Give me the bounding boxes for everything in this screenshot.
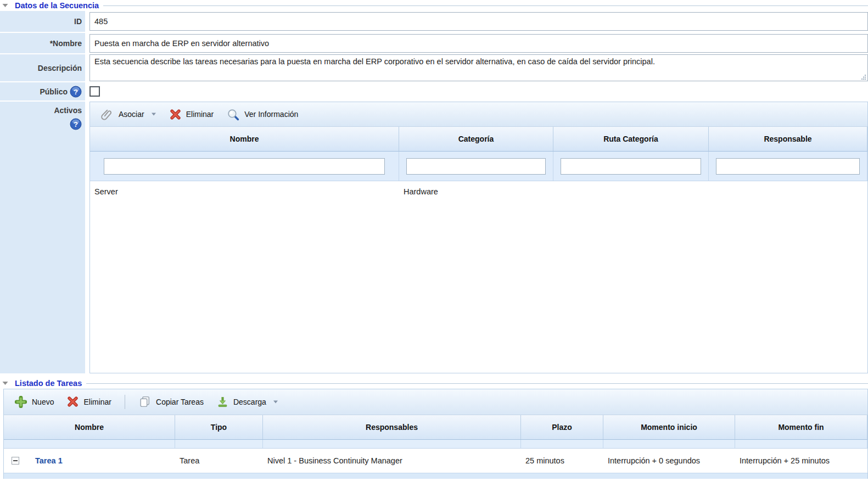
red-x-icon xyxy=(67,396,79,407)
asociar-dropdown-icon[interactable] xyxy=(152,113,156,116)
tarea-1-link[interactable]: Tarea 1 xyxy=(35,456,63,465)
asociar-button[interactable]: Asociar xyxy=(98,106,160,123)
toolbar-separator xyxy=(125,395,125,409)
magnifier-icon xyxy=(227,108,239,121)
tareas-toolbar: Nuevo Eliminar Copiar Tareas xyxy=(4,389,867,415)
activos-col-responsable[interactable]: Responsable xyxy=(709,127,867,151)
section-tareas-rule xyxy=(86,383,868,384)
resize-grip-icon[interactable] xyxy=(861,74,866,80)
green-plus-icon xyxy=(15,396,27,408)
activos-cell-nombre: Server xyxy=(90,187,399,196)
descarga-button[interactable]: Descarga xyxy=(214,394,282,410)
section-tareas-title: Listado de Tareas xyxy=(15,379,82,388)
section-datos-header: Datos de la Secuencia xyxy=(0,0,868,11)
section-datos-title: Datos de la Secuencia xyxy=(15,1,99,10)
publico-checkbox[interactable] xyxy=(89,86,100,97)
field-row-nombre: *Nombre xyxy=(0,33,868,53)
nombre-input[interactable] xyxy=(89,34,868,53)
tareas-cell-momento-fin: Interrupción + 25 minutos xyxy=(735,456,867,465)
publico-label: Público ? xyxy=(0,82,85,100)
tareas-cell-responsables: Nivel 1 - Business Continuity Manager xyxy=(263,456,521,465)
tareas-cell-tipo: Tarea xyxy=(175,456,263,465)
green-download-icon xyxy=(217,396,228,407)
activos-help-icon[interactable]: ? xyxy=(70,118,82,130)
activos-filter-responsable-input[interactable] xyxy=(716,158,860,175)
svg-text:?: ? xyxy=(74,88,78,96)
publico-help-icon[interactable]: ? xyxy=(70,86,82,98)
page: Datos de la Secuencia ID *Nombre Descrip… xyxy=(0,0,868,481)
tareas-cell-plazo: 25 minutos xyxy=(521,456,603,465)
activos-grid-empty-body xyxy=(90,202,867,373)
tareas-col-momento-inicio[interactable]: Momento inicio xyxy=(603,415,735,440)
activos-row-server[interactable]: Server Hardware xyxy=(90,181,867,202)
field-row-id: ID xyxy=(0,11,868,32)
activos-col-categoria[interactable]: Categoría xyxy=(399,127,553,151)
tareas-grid-header: Nombre Tipo Responsables Plazo Momento i… xyxy=(4,415,867,440)
tareas-col-tipo[interactable]: Tipo xyxy=(175,415,263,440)
field-row-activos: Activos ? Asociar xyxy=(0,102,868,373)
tareas-col-nombre[interactable]: Nombre xyxy=(4,415,175,440)
activos-cell-categoria: Hardware xyxy=(399,187,553,196)
activos-filter-ruta-categoria-input[interactable] xyxy=(561,158,701,175)
descarga-dropdown-icon[interactable] xyxy=(273,400,278,404)
collapse-datos-icon[interactable] xyxy=(2,3,8,8)
activos-label: Activos ? xyxy=(0,102,85,373)
activos-eliminar-button[interactable]: Eliminar xyxy=(166,107,217,122)
field-row-descripcion: Descripción Esta secuencia describe las … xyxy=(0,54,868,81)
red-x-icon xyxy=(170,109,181,120)
copy-pages-icon xyxy=(138,395,151,408)
tareas-filter-strip xyxy=(4,440,867,449)
tareas-col-responsables[interactable]: Responsables xyxy=(263,415,521,440)
paperclip-icon xyxy=(101,108,114,121)
activos-grid-header: Nombre Categoría Ruta Categoría Responsa… xyxy=(90,127,867,152)
activos-filter-nombre-input[interactable] xyxy=(104,158,385,175)
svg-text:?: ? xyxy=(74,120,78,128)
tareas-col-plazo[interactable]: Plazo xyxy=(521,415,603,440)
tareas-panel: Nuevo Eliminar Copiar Tareas xyxy=(3,389,868,479)
tareas-eliminar-button[interactable]: Eliminar xyxy=(64,394,115,410)
activos-filter-categoria-input[interactable] xyxy=(406,158,546,175)
minus-box-icon[interactable] xyxy=(12,457,19,465)
tareas-partial-row xyxy=(4,473,867,479)
id-label: ID xyxy=(0,11,85,32)
activos-toolbar: Asociar Eliminar xyxy=(90,102,867,127)
collapse-tareas-icon[interactable] xyxy=(2,381,8,385)
section-datos-rule xyxy=(103,5,868,6)
section-tareas-header: Listado de Tareas xyxy=(0,378,868,389)
activos-col-nombre[interactable]: Nombre xyxy=(90,127,399,151)
descripcion-textarea[interactable]: Esta secuencia describe las tareas neces… xyxy=(89,54,868,81)
activos-col-ruta-categoria[interactable]: Ruta Categoría xyxy=(553,127,709,151)
copiar-tareas-button[interactable]: Copiar Tareas xyxy=(135,393,207,410)
id-input[interactable] xyxy=(89,12,868,31)
tareas-row-1[interactable]: Tarea 1 Tarea Nivel 1 - Business Continu… xyxy=(4,449,867,473)
nombre-label: *Nombre xyxy=(0,33,85,53)
field-row-publico: Público ? xyxy=(0,82,868,100)
nuevo-button[interactable]: Nuevo xyxy=(12,394,57,410)
activos-filter-row xyxy=(90,152,867,181)
tareas-cell-momento-inicio: Interrupción + 0 segundos xyxy=(603,456,735,465)
ver-informacion-button[interactable]: Ver Información xyxy=(223,106,301,123)
descripcion-label: Descripción xyxy=(0,54,85,81)
activos-panel: Asociar Eliminar xyxy=(89,102,868,373)
tareas-col-momento-fin[interactable]: Momento fin xyxy=(735,415,867,440)
